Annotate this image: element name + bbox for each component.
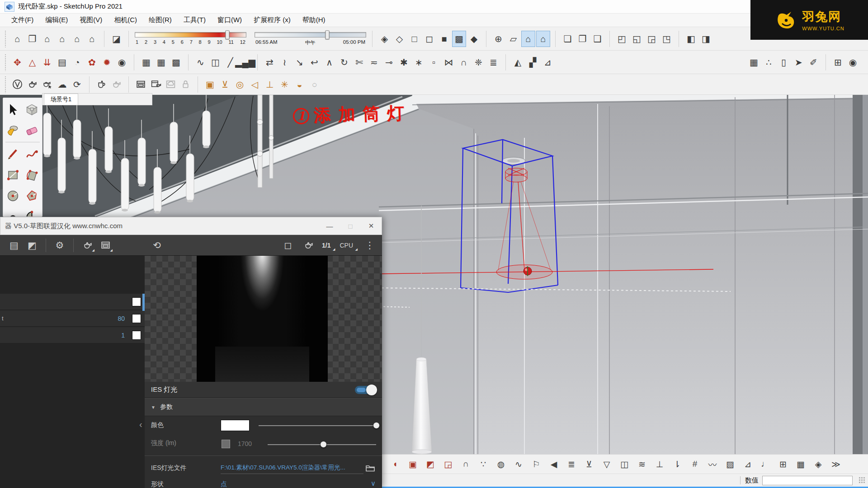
plugin-cube-icon[interactable]: ◳ xyxy=(660,31,674,47)
time-slider-handle[interactable] xyxy=(325,30,329,39)
date-slider-track[interactable] xyxy=(135,32,246,38)
time-slider-track[interactable] xyxy=(255,32,366,38)
render-progress[interactable]: 1/1 xyxy=(322,242,334,249)
plugin-cube-icon[interactable]: ◧ xyxy=(684,31,698,47)
select-tool[interactable] xyxy=(3,99,22,120)
vray-batch-render-icon[interactable] xyxy=(149,76,163,93)
date-slider-handle[interactable] xyxy=(226,30,230,39)
chart-tool-icon[interactable]: ▂▄▆ xyxy=(238,54,252,70)
menu-help[interactable]: 帮助(H) xyxy=(297,14,331,27)
ext-arc-surface-icon[interactable]: ◖ xyxy=(388,456,402,472)
plugin-cube-icon[interactable]: ◲ xyxy=(645,31,659,47)
toolbar-grip[interactable] xyxy=(5,54,7,71)
style-monochrome-icon[interactable]: ◆ xyxy=(467,31,481,47)
ext-note-icon[interactable]: ♩ xyxy=(759,456,772,472)
vray-frame-buffer-icon[interactable] xyxy=(134,76,148,93)
dots-icon[interactable]: ∴ xyxy=(762,54,776,70)
vray-viewport-render-icon[interactable] xyxy=(94,76,108,93)
rotate-cw-icon[interactable]: ↻ xyxy=(337,54,351,70)
rect-light-icon[interactable]: ▣ xyxy=(203,76,217,93)
ext-round-brush-icon[interactable]: ◍ xyxy=(494,456,508,472)
curve-tool-icon[interactable]: ∿ xyxy=(193,54,208,70)
ext-diamond-icon[interactable]: ◈ xyxy=(811,456,825,472)
pie-tool[interactable] xyxy=(22,206,41,217)
spot-light-icon[interactable]: ◁ xyxy=(248,76,262,93)
peak-tool-icon[interactable]: ∧ xyxy=(322,54,336,70)
ext-pillar-group-icon[interactable]: ∵ xyxy=(476,456,490,472)
style-xray-icon[interactable]: ◈ xyxy=(377,31,392,47)
plugin-cube-icon[interactable]: ❏ xyxy=(561,31,575,47)
plane-light-icon[interactable]: ⊻ xyxy=(218,76,232,93)
camera-left-icon[interactable]: ⌂ xyxy=(70,31,84,47)
undo-curve-icon[interactable]: ↩ xyxy=(307,54,321,70)
scale-tool-icon[interactable]: ✥ xyxy=(10,54,24,70)
ext-tri-down-icon[interactable]: ▽ xyxy=(600,456,613,472)
layer-tool-icon[interactable]: ▤ xyxy=(55,54,69,70)
menu-window[interactable]: 窗口(W) xyxy=(212,14,248,27)
menu-draw[interactable]: 绘图(R) xyxy=(143,14,178,27)
menu-extensions[interactable]: 扩展程序 (x) xyxy=(248,14,297,27)
shadow-date-slider[interactable]: 123456789101112 xyxy=(135,30,246,47)
kettle-tool-icon[interactable]: ◔ xyxy=(70,54,84,70)
eraser-3d-icon[interactable]: ◪ xyxy=(109,31,123,47)
intensity-override-checkbox[interactable] xyxy=(222,440,230,448)
line-tool[interactable] xyxy=(3,144,22,164)
render-menu-icon[interactable]: ⋮ xyxy=(362,237,377,253)
toolbar-grip[interactable] xyxy=(5,76,7,93)
asset-layers-icon[interactable]: ▤ xyxy=(6,237,22,253)
component-tool[interactable] xyxy=(22,99,41,120)
menu-edit[interactable]: 编辑(E) xyxy=(39,14,74,27)
render-device[interactable]: CPU xyxy=(340,242,357,249)
ext-chevrons-icon[interactable]: ≫ xyxy=(829,456,843,472)
scene-tab[interactable]: 场景号1 xyxy=(44,94,78,105)
ext-triangle-icon[interactable]: ⊿ xyxy=(741,456,755,472)
shadow-time-slider[interactable]: 06:55 AM中午05:00 PM xyxy=(255,30,366,47)
eraser-tool[interactable] xyxy=(22,120,41,141)
vray-viewport-region-icon[interactable] xyxy=(109,76,123,93)
pencil2-icon[interactable]: ✐ xyxy=(807,54,821,70)
vray-render-interactive-icon[interactable] xyxy=(40,76,54,93)
approx-icon[interactable]: ≂ xyxy=(367,54,381,70)
style-shaded-icon[interactable]: ■ xyxy=(437,31,451,47)
frame-tool-icon[interactable]: ◫ xyxy=(208,54,222,70)
half-triangle-icon[interactable]: ◭ xyxy=(511,54,525,70)
camera-top-icon[interactable]: ❐ xyxy=(25,31,39,47)
color-slider-track[interactable] xyxy=(259,425,377,426)
paint-bucket-tool[interactable] xyxy=(3,120,22,141)
swap-tool-icon[interactable]: ⇄ xyxy=(263,54,277,70)
visibility-checkbox[interactable] xyxy=(132,331,141,340)
drop-tool-icon[interactable]: ⇊ xyxy=(40,54,54,70)
ext-waves-icon[interactable]: ≋ xyxy=(635,456,649,472)
camera-back-icon[interactable]: ⌂ xyxy=(55,31,69,47)
asset-textures-icon[interactable]: ◩ xyxy=(24,237,40,253)
resize-grip[interactable] xyxy=(859,477,865,483)
intensity-slider-knob[interactable] xyxy=(320,441,327,448)
cap-tool-icon[interactable]: ∩ xyxy=(457,54,471,70)
play-arrow-icon[interactable]: ➤ xyxy=(792,54,806,70)
calculator-icon[interactable]: ⊞ xyxy=(831,54,845,70)
polygon-tool[interactable] xyxy=(22,185,41,206)
axes-icon[interactable]: ⊕ xyxy=(491,31,505,47)
section-fill-icon[interactable]: ⌂ xyxy=(536,31,550,47)
parameters-header[interactable]: ▼ 参数 xyxy=(145,398,382,416)
omni-light-icon[interactable]: ✳ xyxy=(278,76,292,93)
shape-dropdown-value[interactable]: 点 xyxy=(221,480,227,488)
ext-grid-icon[interactable]: ▦ xyxy=(794,456,807,472)
ext-hatch-box-icon[interactable]: ▨ xyxy=(723,456,737,472)
menu-view[interactable]: 视图(V) xyxy=(74,14,108,27)
menu-file[interactable]: 文件(F) xyxy=(5,14,39,27)
freehand-tool[interactable] xyxy=(22,144,41,164)
plugin-cube-icon[interactable]: ❐ xyxy=(576,31,590,47)
table-style-icon[interactable]: ▦ xyxy=(139,54,153,70)
rotated-rectangle-tool[interactable] xyxy=(22,164,41,185)
menu-tools[interactable]: 工具(T) xyxy=(178,14,212,27)
intensity-value[interactable]: 1700 xyxy=(238,440,252,447)
dialog-close-button[interactable]: ✕ xyxy=(361,217,382,235)
plugin-cube-icon[interactable]: ◱ xyxy=(630,31,644,47)
ext-hash-icon[interactable]: # xyxy=(688,456,702,472)
settings-gear-icon[interactable]: ⚙ xyxy=(52,237,67,253)
arrow-se-icon[interactable]: ↘ xyxy=(292,54,307,70)
burst-tool-icon[interactable]: ✹ xyxy=(100,54,114,70)
dialog-title-bar[interactable]: 器 V5.0-草图联盟汉化 www.cnwhc.com —□✕ xyxy=(0,217,382,235)
plugin-cube-icon[interactable]: ◰ xyxy=(615,31,629,47)
